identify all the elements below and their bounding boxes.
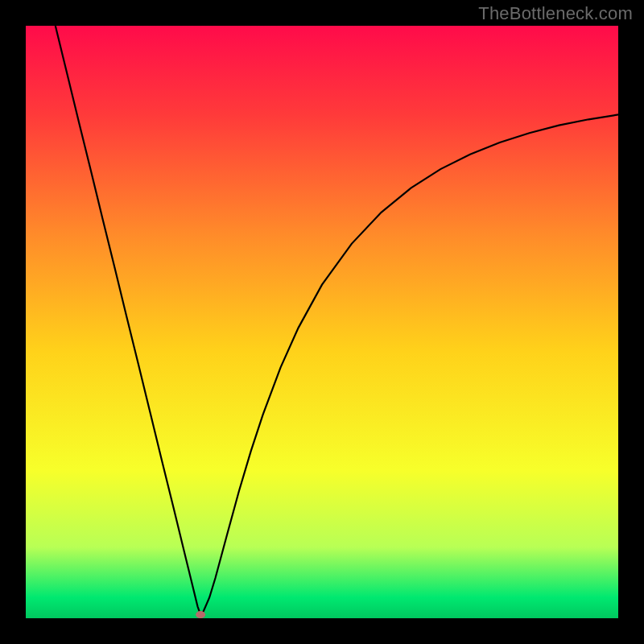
watermark-text: TheBottleneck.com — [478, 3, 633, 24]
plot-svg — [26, 26, 618, 618]
gradient-background — [26, 26, 618, 618]
min-marker-icon — [196, 611, 205, 618]
chart-frame: TheBottleneck.com — [0, 0, 644, 644]
plot-area — [26, 26, 618, 618]
